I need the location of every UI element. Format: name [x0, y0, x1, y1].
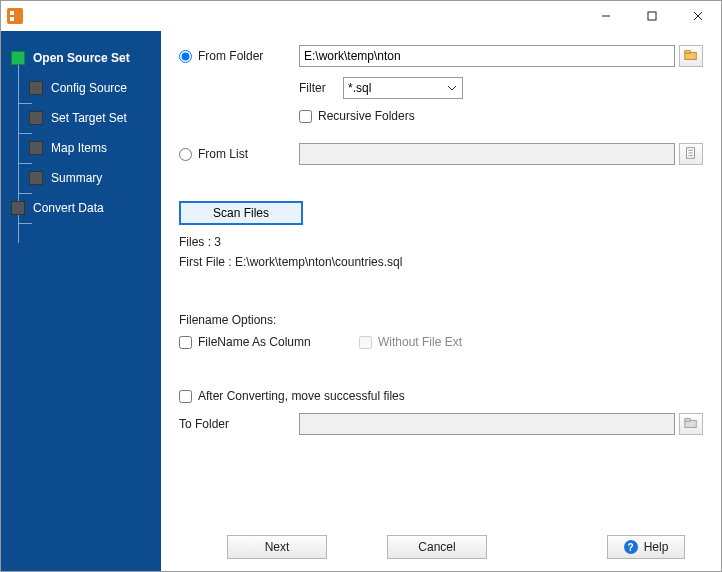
- close-button[interactable]: [675, 1, 721, 31]
- step-status-icon: [29, 81, 43, 95]
- from-folder-label: From Folder: [198, 49, 263, 63]
- step-label: Config Source: [51, 81, 127, 95]
- scan-files-label: Scan Files: [213, 206, 269, 220]
- step-config-source[interactable]: Config Source: [1, 73, 161, 103]
- minimize-button[interactable]: [583, 1, 629, 31]
- step-label: Convert Data: [33, 201, 104, 215]
- filter-select[interactable]: [343, 77, 463, 99]
- first-file-text: First File : E:\work\temp\nton\countries…: [179, 255, 402, 269]
- app-icon: [7, 8, 23, 24]
- open-file-icon: [684, 146, 698, 163]
- from-folder-input[interactable]: [299, 45, 675, 67]
- titlebar: [1, 1, 721, 31]
- maximize-button[interactable]: [629, 1, 675, 31]
- main-panel: From Folder Filter: [161, 31, 721, 571]
- next-button-label: Next: [265, 540, 290, 554]
- step-label: Map Items: [51, 141, 107, 155]
- to-folder-input[interactable]: [299, 413, 675, 435]
- after-converting-checkbox[interactable]: [179, 390, 192, 403]
- step-label: Summary: [51, 171, 102, 185]
- after-converting-label: After Converting, move successful files: [198, 389, 405, 403]
- step-status-icon: [11, 51, 25, 65]
- to-folder-label: To Folder: [179, 417, 229, 431]
- step-label: Open Source Set: [33, 51, 130, 65]
- help-button[interactable]: ? Help: [607, 535, 685, 559]
- step-status-icon: [29, 111, 43, 125]
- cancel-button[interactable]: Cancel: [387, 535, 487, 559]
- svg-rect-11: [685, 418, 690, 421]
- filter-select-input[interactable]: [343, 77, 463, 99]
- app-window: Open Source Set Config Source Set Target…: [0, 0, 722, 572]
- scan-files-button[interactable]: Scan Files: [179, 201, 303, 225]
- recursive-folders-checkbox[interactable]: [299, 110, 312, 123]
- step-label: Set Target Set: [51, 111, 127, 125]
- without-file-ext-label: Without File Ext: [378, 335, 462, 349]
- from-list-label: From List: [198, 147, 248, 161]
- without-file-ext-checkbox: [359, 336, 372, 349]
- step-set-target-set[interactable]: Set Target Set: [1, 103, 161, 133]
- help-button-label: Help: [644, 540, 669, 554]
- step-convert-data[interactable]: Convert Data: [1, 193, 161, 223]
- from-list-radio[interactable]: [179, 148, 192, 161]
- browse-list-button[interactable]: [679, 143, 703, 165]
- svg-rect-5: [685, 50, 690, 53]
- open-folder-icon: [684, 48, 698, 65]
- open-folder-icon: [684, 416, 698, 433]
- filename-as-column-checkbox[interactable]: [179, 336, 192, 349]
- step-open-source-set[interactable]: Open Source Set: [1, 43, 161, 73]
- browse-folder-button[interactable]: [679, 45, 703, 67]
- filter-label: Filter: [299, 81, 343, 95]
- step-status-icon: [29, 171, 43, 185]
- step-summary[interactable]: Summary: [1, 163, 161, 193]
- svg-rect-1: [648, 12, 656, 20]
- recursive-folders-label: Recursive Folders: [318, 109, 415, 123]
- filename-options-heading: Filename Options:: [179, 313, 276, 327]
- files-count-text: Files : 3: [179, 235, 221, 249]
- step-status-icon: [11, 201, 25, 215]
- cancel-button-label: Cancel: [418, 540, 455, 554]
- browse-to-folder-button[interactable]: [679, 413, 703, 435]
- step-map-items[interactable]: Map Items: [1, 133, 161, 163]
- help-icon: ?: [624, 540, 638, 554]
- filename-as-column-label: FileName As Column: [198, 335, 311, 349]
- step-status-icon: [29, 141, 43, 155]
- wizard-footer: Next Cancel ? Help: [179, 523, 703, 571]
- next-button[interactable]: Next: [227, 535, 327, 559]
- from-list-input[interactable]: [299, 143, 675, 165]
- wizard-sidebar: Open Source Set Config Source Set Target…: [1, 31, 161, 571]
- from-folder-radio[interactable]: [179, 50, 192, 63]
